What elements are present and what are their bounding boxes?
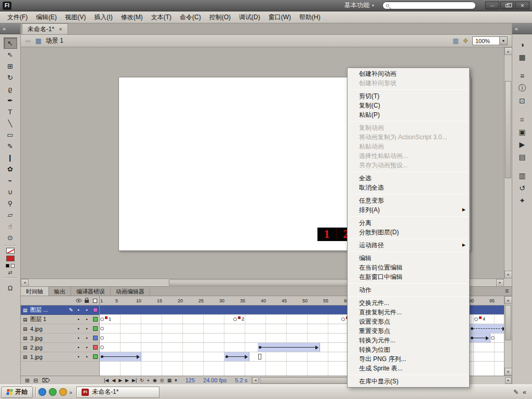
v-scroll-thumb[interactable] [505,81,511,178]
context-menu-item-20[interactable]: 在新窗口中编辑 [348,272,469,282]
transform-panel-icon[interactable]: ⊡ [515,95,529,107]
stage-vertical-scrollbar[interactable]: ▴ ▾ [504,47,512,278]
timeline-panel-menu-icon[interactable]: ≡ [502,287,512,296]
info-panel-icon[interactable]: ⓘ [515,82,529,95]
step-back-button[interactable]: ◀ [111,378,116,383]
show-hide-all-layers-icon[interactable] [74,299,83,302]
timeline-scroll-up-icon[interactable]: ▴ [504,296,512,304]
right-dock-collapse-button[interactable]: « [512,23,532,34]
menu-item-1[interactable]: 文件(F) [3,11,32,23]
modify-markers-button[interactable]: ▾ [174,378,178,383]
onion-skin-outlines-button[interactable]: ◎ [159,378,165,383]
delete-layer-button[interactable]: ⌦ [42,377,50,384]
search-input[interactable] [391,3,472,9]
components-panel-icon[interactable]: ▣ [515,126,529,138]
new-folder-button[interactable]: ⊟ [33,377,38,384]
layer-visibility-dot[interactable]: • [74,345,83,350]
layer-visibility-dot[interactable]: • [74,317,83,322]
motion-tween-span[interactable] [470,324,504,333]
pen-tool-icon[interactable]: ✒ [4,95,17,106]
layer-row-1.jpg[interactable]: ▤1.jpg•• [21,352,99,362]
context-menu-item-12[interactable]: 取消全选 [348,183,469,192]
context-menu-item-25[interactable]: 重置变形点 [348,326,469,336]
fill-color-swatch[interactable] [6,256,15,261]
new-layer-button[interactable]: ⊞ [25,377,30,384]
context-menu-item-22[interactable]: 交换元件... [348,298,469,308]
step-forward-button[interactable]: ▶ [125,378,129,383]
context-menu-item-1[interactable]: 创建补间动画 [348,69,469,78]
motion-tween-span[interactable] [258,343,320,352]
context-menu-item-28[interactable]: 导出 PNG 序列... [348,354,469,364]
layer-row-2.jpg[interactable]: ▤2.jpg•• [21,343,99,352]
lock-all-layers-icon[interactable] [83,298,91,303]
layer-visibility-dot[interactable]: • [74,354,83,360]
help-search-box[interactable] [382,2,476,9]
context-menu-item-11[interactable]: 全选 [348,174,469,183]
selection-tool-icon[interactable]: ↖ [4,37,17,49]
hand-tool-icon[interactable]: ☝ [4,220,17,232]
context-menu-item-24[interactable]: 设置变形点 [348,317,469,326]
bone-tool-icon[interactable]: ⌁ [4,175,17,186]
layer-row-3.jpg[interactable]: ▤3.jpg•• [21,334,99,343]
deco-tool-icon[interactable]: ✿ [4,163,17,175]
layer-lock-dot[interactable]: • [83,336,91,341]
eyedropper-tool-icon[interactable]: ⚲ [4,197,17,209]
layer-outline-color[interactable] [91,308,99,312]
minimize-button[interactable]: — [485,2,499,9]
motion-tween-span[interactable] [470,334,490,342]
play-button[interactable]: ▶ [118,378,123,383]
swap-colors-icon[interactable]: ⇄ [8,270,12,275]
line-tool-icon[interactable]: ╲ [4,117,17,129]
layer-lock-dot[interactable]: • [83,354,91,360]
library-panel-icon[interactable]: ▥ [515,169,529,182]
keyframe-marker[interactable] [233,317,237,321]
layer-visibility-dot[interactable]: • [74,326,83,331]
h-scroll-thumb[interactable] [169,280,365,286]
layer-row-图层 1[interactable]: ▤图层 1•• [21,315,99,324]
quick-launch-explorer[interactable] [49,388,57,396]
layer-row-图层 ...[interactable]: ▤图层 ...✎•• [21,305,99,315]
context-menu-item-23[interactable]: 直接复制元件... [348,308,469,317]
layer-outline-color[interactable] [91,345,99,350]
context-menu-item-17[interactable]: 运动路径▶ [348,241,469,250]
v-scroll-track[interactable] [504,55,512,271]
layer-lock-dot[interactable]: • [83,317,91,322]
context-menu-item-29[interactable]: 生成 Sprite 表... [348,364,469,373]
menu-item-2[interactable]: 编辑(E) [32,11,61,23]
layer-visibility-dot[interactable]: • [74,336,83,341]
back-arrow-icon[interactable]: ⇦ [25,37,31,45]
keyframe-marker[interactable] [474,317,478,321]
scroll-down-icon[interactable]: ▾ [504,271,512,278]
context-menu-item-15[interactable]: 分离 [348,218,469,228]
timeline-tab-时间轴[interactable]: 时间轴 [21,287,49,296]
menu-item-6[interactable]: 文本(T) [147,11,176,23]
context-menu-item-4[interactable]: 复制(C) [348,101,469,110]
history-panel-icon[interactable]: ↺ [515,182,529,194]
color-panel-icon[interactable]: ◑ [515,38,529,51]
layer-visibility-dot[interactable]: • [74,308,83,313]
restore-button[interactable] [500,2,514,9]
scroll-right-icon[interactable]: ▸ [496,279,504,287]
project-panel-icon[interactable]: ▤ [515,151,529,163]
brush-tool-icon[interactable]: ❙ [4,152,17,163]
quick-launch-media[interactable] [59,388,67,396]
layer-lock-dot[interactable]: • [83,326,91,331]
outline-all-layers-icon[interactable] [91,299,99,303]
scroll-left-icon[interactable]: ◂ [21,279,29,287]
go-to-last-frame-button[interactable]: ▶| [131,378,137,383]
context-menu-item-21[interactable]: 动作 [348,285,469,295]
onion-skin-button[interactable]: ◉ [152,378,157,383]
context-menu-item-16[interactable]: 分散到图层(D) [348,228,469,237]
ime-icon[interactable]: ✎ [513,389,518,396]
stroke-color-swatch[interactable] [6,248,15,254]
pencil-tool-icon[interactable]: ✎ [4,140,17,152]
context-menu-item-13[interactable]: 任意变形 [348,196,469,205]
timeline-v-thumb[interactable] [505,305,511,340]
motion-tween-span[interactable] [100,352,141,361]
keyframe-marker[interactable] [341,317,345,321]
timeline-tab-动画编辑器[interactable]: 动画编辑器 [111,287,150,296]
context-menu-item-18[interactable]: 编辑 [348,254,469,263]
layer-row-4.jpg[interactable]: ▤4.jpg•• [21,324,99,334]
context-menu-item-19[interactable]: 在当前位置编辑 [348,263,469,272]
end-frame-marker[interactable] [258,354,261,360]
